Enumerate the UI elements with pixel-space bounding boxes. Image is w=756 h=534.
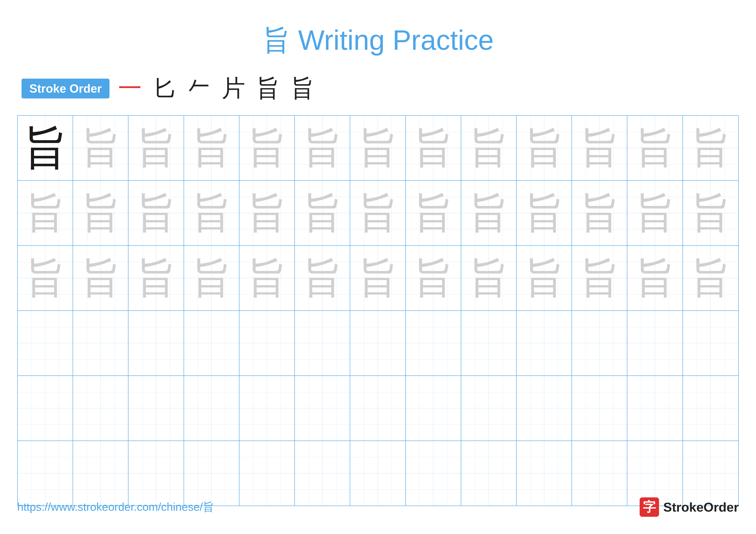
grid-cell-2-10[interactable]: 旨 [572, 246, 627, 310]
grid-cell-5-5[interactable] [295, 441, 350, 506]
grid-cell-4-1[interactable] [73, 376, 128, 441]
grid-cell-3-2[interactable] [128, 311, 184, 375]
grid-cell-2-2[interactable]: 旨 [128, 246, 184, 310]
stroke-order-row: Stroke Order 一 匕 𠂉 片 旨 旨 [17, 72, 739, 105]
stroke-4: 片 [222, 72, 245, 105]
grid-cell-0-0[interactable]: 旨 [18, 116, 73, 180]
grid-cell-1-8[interactable]: 旨 [461, 181, 517, 245]
grid-cell-2-5[interactable]: 旨 [295, 246, 350, 310]
grid-cell-1-3[interactable]: 旨 [184, 181, 239, 245]
footer: https://www.strokeorder.com/chinese/旨 字 … [17, 497, 739, 517]
grid-cell-4-2[interactable] [128, 376, 184, 441]
cell-char-ghost: 旨 [579, 128, 620, 168]
grid-cell-1-4[interactable]: 旨 [239, 181, 295, 245]
grid-cell-2-0[interactable]: 旨 [18, 246, 73, 310]
grid-cell-1-11[interactable]: 旨 [627, 181, 683, 245]
grid-cell-3-5[interactable] [295, 311, 350, 375]
cell-char-ghost: 旨 [357, 128, 398, 168]
grid-cell-3-8[interactable] [461, 311, 517, 375]
title-char: 旨 [262, 24, 290, 56]
grid-cell-5-4[interactable] [239, 441, 295, 506]
grid-cell-5-1[interactable] [73, 441, 128, 506]
footer-logo: 字 StrokeOrder [640, 497, 739, 517]
grid-cell-3-4[interactable] [239, 311, 295, 375]
grid-cell-1-2[interactable]: 旨 [128, 181, 184, 245]
grid-cell-4-3[interactable] [184, 376, 239, 441]
grid-cell-4-7[interactable] [406, 376, 461, 441]
grid-cell-0-6[interactable]: 旨 [350, 116, 406, 180]
grid-cell-3-6[interactable] [350, 311, 406, 375]
stroke-5: 旨 [256, 72, 280, 105]
stroke-chars: 一 匕 𠂉 片 旨 旨 [118, 72, 314, 105]
grid-cell-5-9[interactable] [517, 441, 572, 506]
grid-cell-1-10[interactable]: 旨 [572, 181, 627, 245]
grid-cell-5-8[interactable] [461, 441, 517, 506]
grid-cell-2-12[interactable]: 旨 [683, 246, 738, 310]
grid-cell-3-1[interactable] [73, 311, 128, 375]
grid-cell-3-9[interactable] [517, 311, 572, 375]
title-text: Writing Practice [298, 24, 494, 56]
grid-cell-1-1[interactable]: 旨 [73, 181, 128, 245]
grid-row-3 [18, 311, 738, 376]
grid-cell-0-11[interactable]: 旨 [627, 116, 683, 180]
page-title: 旨 Writing Practice [17, 21, 739, 60]
grid-cell-3-10[interactable] [572, 311, 627, 375]
grid-cell-2-4[interactable]: 旨 [239, 246, 295, 310]
footer-logo-text: StrokeOrder [663, 500, 739, 515]
grid-cell-2-3[interactable]: 旨 [184, 246, 239, 310]
grid-cell-0-9[interactable]: 旨 [517, 116, 572, 180]
grid-cell-4-0[interactable] [18, 376, 73, 441]
grid-cell-1-12[interactable]: 旨 [683, 181, 738, 245]
grid-cell-0-2[interactable]: 旨 [128, 116, 184, 180]
grid-cell-5-11[interactable] [627, 441, 683, 506]
grid-cell-1-7[interactable]: 旨 [406, 181, 461, 245]
stroke-6: 旨 [290, 72, 314, 105]
grid-cell-2-7[interactable]: 旨 [406, 246, 461, 310]
grid-cell-3-11[interactable] [627, 311, 683, 375]
grid-cell-1-6[interactable]: 旨 [350, 181, 406, 245]
strokeorder-logo-icon: 字 [640, 497, 659, 517]
grid-cell-3-3[interactable] [184, 311, 239, 375]
grid-cell-0-5[interactable]: 旨 [295, 116, 350, 180]
cell-char-ghost: 旨 [634, 128, 675, 168]
grid-cell-0-7[interactable]: 旨 [406, 116, 461, 180]
grid-cell-5-12[interactable] [683, 441, 738, 506]
grid-cell-5-3[interactable] [184, 441, 239, 506]
grid-cell-2-8[interactable]: 旨 [461, 246, 517, 310]
grid-cell-4-12[interactable] [683, 376, 738, 441]
grid-cell-1-5[interactable]: 旨 [295, 181, 350, 245]
cell-char-ghost: 旨 [80, 128, 121, 168]
grid-cell-0-10[interactable]: 旨 [572, 116, 627, 180]
grid-cell-5-7[interactable] [406, 441, 461, 506]
grid-cell-2-9[interactable]: 旨 [517, 246, 572, 310]
grid-cell-4-8[interactable] [461, 376, 517, 441]
grid-cell-0-8[interactable]: 旨 [461, 116, 517, 180]
cell-char-ghost: 旨 [302, 128, 343, 168]
footer-url[interactable]: https://www.strokeorder.com/chinese/旨 [17, 499, 214, 515]
grid-cell-4-11[interactable] [627, 376, 683, 441]
grid-cell-4-5[interactable] [295, 376, 350, 441]
grid-cell-4-10[interactable] [572, 376, 627, 441]
grid-cell-5-0[interactable] [18, 441, 73, 506]
grid-cell-0-3[interactable]: 旨 [184, 116, 239, 180]
grid-cell-1-0[interactable]: 旨 [18, 181, 73, 245]
grid-cell-3-12[interactable] [683, 311, 738, 375]
grid-cell-2-1[interactable]: 旨 [73, 246, 128, 310]
grid-cell-2-6[interactable]: 旨 [350, 246, 406, 310]
practice-grid: 旨 旨 旨 旨 旨 旨 旨 旨 旨 旨 旨 旨 旨 旨 旨 旨 旨 旨 旨 旨 … [17, 115, 739, 506]
grid-cell-0-4[interactable]: 旨 [239, 116, 295, 180]
grid-cell-4-9[interactable] [517, 376, 572, 441]
stroke-order-badge: Stroke Order [21, 79, 109, 98]
grid-cell-4-6[interactable] [350, 376, 406, 441]
grid-cell-3-0[interactable] [18, 311, 73, 375]
grid-cell-5-2[interactable] [128, 441, 184, 506]
grid-cell-4-4[interactable] [239, 376, 295, 441]
cell-char-solid: 旨 [23, 125, 68, 171]
grid-cell-0-1[interactable]: 旨 [73, 116, 128, 180]
grid-cell-1-9[interactable]: 旨 [517, 181, 572, 245]
grid-cell-5-10[interactable] [572, 441, 627, 506]
grid-cell-5-6[interactable] [350, 441, 406, 506]
grid-cell-0-12[interactable]: 旨 [683, 116, 738, 180]
grid-cell-3-7[interactable] [406, 311, 461, 375]
grid-cell-2-11[interactable]: 旨 [627, 246, 683, 310]
